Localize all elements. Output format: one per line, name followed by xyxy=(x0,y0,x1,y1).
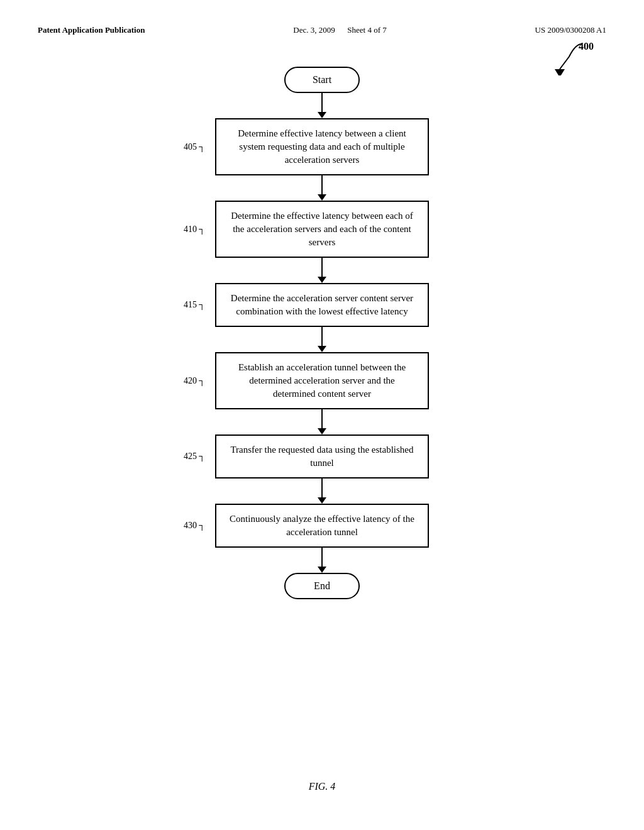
step-box-420: Establish an acceleration tunnel between… xyxy=(215,352,429,409)
step-box-410: Determine the effective latency between … xyxy=(215,201,429,258)
step-row-425: 425 ┐ Transfer the requested data using … xyxy=(165,434,479,479)
step-row-420: 420 ┐ Establish an acceleration tunnel b… xyxy=(165,352,479,409)
step-label-405: 405 ┐ xyxy=(184,142,205,152)
flowchart: Start 405 ┐ Determine effective latency … xyxy=(38,67,606,599)
step-text-430: Continuously analyze the effective laten… xyxy=(230,514,414,537)
arrow-415-to-420 xyxy=(318,327,326,352)
diagram-number: 400 xyxy=(579,41,594,52)
header-publication-label: Patent Application Publication xyxy=(38,25,145,35)
step-row-415: 415 ┐ Determine the acceleration server … xyxy=(165,283,479,327)
step-row-410: 410 ┐ Determine the effective latency be… xyxy=(165,201,479,258)
start-oval: Start xyxy=(284,67,360,93)
arrow-420-to-425 xyxy=(318,409,326,434)
step-label-415: 415 ┐ xyxy=(184,300,205,310)
step-box-405: Determine effective latency between a cl… xyxy=(215,118,429,175)
step-row-405: 405 ┐ Determine effective latency betwee… xyxy=(165,118,479,175)
step-text-405: Determine effective latency between a cl… xyxy=(238,128,406,165)
step-label-410: 410 ┐ xyxy=(184,224,205,235)
step-box-415: Determine the acceleration server conten… xyxy=(215,283,429,327)
step-label-425: 425 ┐ xyxy=(184,451,205,462)
header-sheet: Sheet 4 of 7 xyxy=(347,25,386,35)
header-date-sheet: Dec. 3, 2009 Sheet 4 of 7 xyxy=(293,25,386,35)
arrow-430-to-end xyxy=(318,548,326,573)
page: Patent Application Publication Dec. 3, 2… xyxy=(0,0,644,830)
step-text-420: Establish an acceleration tunnel between… xyxy=(238,362,406,399)
header: Patent Application Publication Dec. 3, 2… xyxy=(38,25,606,35)
header-date: Dec. 3, 2009 xyxy=(293,25,335,35)
step-text-410: Determine the effective latency between … xyxy=(231,211,413,247)
step-row-430: 430 ┐ Continuously analyze the effective… xyxy=(165,504,479,548)
arrow-410-to-415 xyxy=(318,258,326,283)
arrow-start-to-405 xyxy=(318,93,326,118)
step-box-430: Continuously analyze the effective laten… xyxy=(215,504,429,548)
step-box-425: Transfer the requested data using the es… xyxy=(215,434,429,479)
arrow-425-to-430 xyxy=(318,479,326,504)
end-oval: End xyxy=(284,573,360,599)
step-label-420: 420 ┐ xyxy=(184,376,205,386)
step-text-425: Transfer the requested data using the es… xyxy=(230,445,413,468)
step-label-430: 430 ┐ xyxy=(184,521,205,531)
step-text-415: Determine the acceleration server conten… xyxy=(231,293,413,316)
arrow-405-to-410 xyxy=(318,175,326,201)
end-label: End xyxy=(314,580,330,591)
header-patent-number: US 2009/0300208 A1 xyxy=(535,25,606,35)
start-label: Start xyxy=(313,74,331,85)
figure-label: FIG. 4 xyxy=(309,781,336,792)
